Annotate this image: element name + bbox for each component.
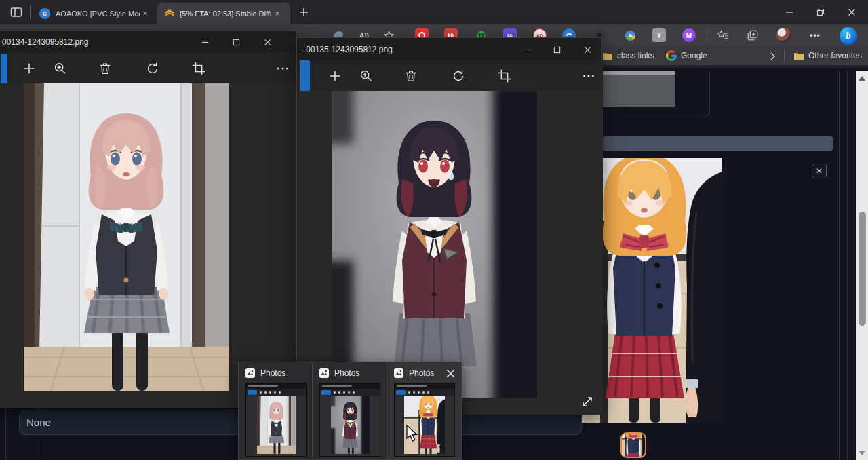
- taskbar-preview-flyout: Photos Photos: [238, 362, 462, 460]
- scrollbar-down-arrow[interactable]: [859, 451, 865, 455]
- mini-titlebar: [320, 383, 380, 389]
- tab-close-icon[interactable]: ×: [272, 8, 283, 19]
- civitai-icon: C: [39, 8, 50, 19]
- profile-avatar[interactable]: [776, 28, 791, 43]
- expand-icon[interactable]: [579, 394, 595, 413]
- translate-globe-icon[interactable]: [623, 28, 637, 42]
- zoom-icon[interactable]: [357, 67, 375, 85]
- sd-gallery-thumbnail-selected[interactable]: [620, 432, 646, 458]
- preview-thumbnail[interactable]: [394, 383, 455, 457]
- folder-icon: [793, 51, 804, 63]
- scrollbar-up-arrow[interactable]: [859, 76, 865, 81]
- mini-titlebar: [395, 383, 454, 389]
- monica-extension-icon[interactable]: M: [682, 28, 696, 42]
- photos-close-button[interactable]: [572, 39, 603, 60]
- tab-actions-menu-icon[interactable]: [9, 5, 23, 22]
- photos-window-1: 00134-1243095812.png: [0, 31, 296, 407]
- zoom-icon[interactable]: [52, 60, 69, 77]
- browser-tab-strip: C AOAOKO [PVC Style Model] - PV × [5% ET…: [0, 0, 868, 24]
- photos-window-1-canvas: [0, 83, 297, 408]
- scrollbar-thumb[interactable]: [859, 212, 866, 326]
- tab-title: [5% ETA: 02:53] Stable Diffusion: [180, 9, 272, 18]
- tab-close-icon[interactable]: ×: [140, 8, 151, 19]
- favorites-overflow-chevron-icon[interactable]: [768, 52, 777, 64]
- photos-window-title: - 00135-1243095812.png: [301, 45, 393, 54]
- tab-title: AOAOKO [PVC Style Model] - PV: [56, 9, 140, 18]
- google-favicon: [666, 50, 677, 64]
- mini-see-all-photos-button: [396, 390, 406, 395]
- browser-restore-button[interactable]: [806, 2, 835, 22]
- folder-icon: [602, 51, 613, 63]
- preview-app-label: Photos: [260, 368, 285, 378]
- mini-toolbar: [246, 389, 306, 396]
- photos-window-2-toolbar: [297, 60, 603, 91]
- sd-column-border: [839, 71, 840, 460]
- photos-maximize-button[interactable]: [542, 39, 572, 60]
- see-all-photos-button[interactable]: [1, 54, 7, 83]
- add-to-album-icon[interactable]: [20, 60, 38, 77]
- other-favorites-folder[interactable]: Other favorites: [808, 51, 862, 60]
- mini-toolbar: [320, 389, 380, 396]
- photos-close-button[interactable]: [252, 31, 283, 53]
- photos-minimize-button[interactable]: [511, 39, 542, 60]
- crop-icon[interactable]: [190, 60, 208, 77]
- y-extension-icon[interactable]: Y: [652, 28, 666, 42]
- delete-icon[interactable]: [96, 60, 114, 77]
- sd-column-border: [5, 407, 6, 460]
- preview-thumbnail[interactable]: [245, 383, 307, 457]
- photos-window-2-titlebar[interactable]: - 00135-1243095812.png: [297, 38, 601, 60]
- photos-app-icon: [319, 368, 330, 381]
- photos-window-2: - 00135-1243095812.png: [296, 37, 602, 414]
- mini-canvas: [246, 396, 306, 456]
- photo-00134[interactable]: [24, 83, 229, 391]
- desktop: C AOAOKO [PVC Style Model] - PV × [5% ET…: [0, 0, 868, 460]
- rotate-icon[interactable]: [450, 67, 467, 85]
- taskbar-preview-photos-1[interactable]: Photos: [238, 362, 313, 460]
- sd-preview-close-icon[interactable]: ✕: [812, 164, 827, 178]
- browser-minimize-button[interactable]: [774, 2, 804, 22]
- sd-progress-bar: [602, 136, 833, 151]
- mini-canvas: [320, 396, 380, 456]
- taskbar-preview-photos-2[interactable]: Photos: [313, 362, 387, 460]
- toolbar-separator: [707, 29, 707, 41]
- preview-app-label: Photos: [409, 368, 434, 378]
- photos-maximize-button[interactable]: [221, 31, 252, 53]
- new-tab-button[interactable]: [297, 5, 311, 22]
- favorites-menu-icon[interactable]: [716, 28, 730, 42]
- photo-00135[interactable]: [332, 91, 537, 398]
- preview-app-label: Photos: [334, 368, 359, 378]
- mini-toolbar: [395, 389, 454, 396]
- mini-see-all-photos-button: [321, 390, 331, 395]
- bing-chat-icon[interactable]: b: [840, 27, 857, 45]
- photos-window-1-titlebar[interactable]: 00134-1243095812.png: [0, 31, 296, 53]
- preview-close-icon[interactable]: [446, 368, 456, 381]
- tab-civitai[interactable]: C AOAOKO [PVC Style Model] - PV ×: [33, 3, 156, 24]
- browser-close-button[interactable]: [837, 2, 867, 22]
- mini-canvas: [395, 396, 454, 456]
- sd-column-border: [847, 71, 848, 460]
- preview-thumbnail[interactable]: [319, 383, 380, 457]
- favorite-google[interactable]: Google: [681, 51, 707, 60]
- photos-window-1-toolbar: [0, 53, 297, 83]
- rotate-icon[interactable]: [144, 60, 161, 77]
- photos-minimize-button[interactable]: [190, 31, 220, 53]
- delete-icon[interactable]: [402, 67, 420, 85]
- add-to-album-icon[interactable]: [326, 67, 344, 85]
- tab-separator: [30, 5, 31, 19]
- mini-titlebar: [246, 383, 306, 389]
- favorite-class-links[interactable]: class links: [617, 51, 654, 60]
- photos-window-title: 00134-1243095812.png: [2, 37, 88, 47]
- mouse-cursor: [406, 425, 420, 445]
- tab-stable-diffusion[interactable]: [5% ETA: 02:53] Stable Diffusion ×: [157, 3, 290, 24]
- crop-icon[interactable]: [496, 67, 513, 85]
- collections-icon[interactable]: [746, 28, 760, 42]
- settings-ellipsis-icon[interactable]: •••: [808, 28, 822, 42]
- favbar-separator: [784, 50, 785, 62]
- see-all-photos-button[interactable]: [300, 60, 310, 91]
- see-more-icon[interactable]: [580, 67, 597, 85]
- taskbar-preview-photos-3[interactable]: Photos: [387, 362, 462, 460]
- see-more-icon[interactable]: [274, 60, 292, 77]
- gradio-icon: [164, 8, 175, 19]
- page-scrollbar[interactable]: [856, 71, 868, 460]
- sd-script-value: None: [26, 417, 51, 428]
